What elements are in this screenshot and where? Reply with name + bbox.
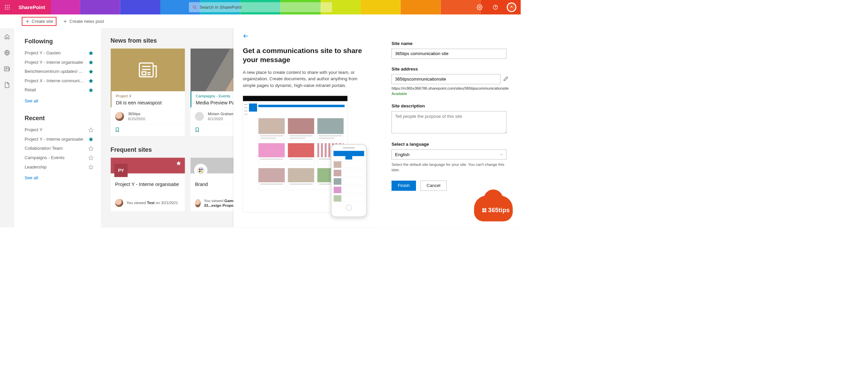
news-site-link[interactable]: Campaigns - Events	[196, 94, 230, 98]
site-tile: PY	[114, 164, 128, 177]
svg-point-34	[201, 169, 203, 170]
star-icon[interactable]	[88, 137, 94, 142]
site-link[interactable]: Project X - Interne communi...	[25, 78, 83, 83]
search-box[interactable]	[189, 2, 332, 12]
frequent-site-card[interactable]: PY Project Y - Interne organisatie You v…	[111, 158, 185, 211]
site-link[interactable]: Leadership	[25, 165, 46, 170]
site-link-row[interactable]: Project X - Interne communi...	[25, 78, 93, 83]
site-link[interactable]: Campaigns - Events	[25, 155, 64, 161]
star-icon[interactable]	[176, 161, 182, 166]
suite-bar: SharePoint	[0, 0, 521, 14]
svg-point-9	[193, 6, 195, 8]
globe-icon[interactable]	[3, 49, 11, 57]
site-url-preview: https://m365x366786.sharepoint.com/sites…	[392, 86, 510, 91]
site-address-input[interactable]	[392, 74, 500, 84]
command-bar: Create site Create news post	[0, 14, 521, 28]
star-icon[interactable]	[88, 165, 94, 170]
svg-rect-38	[482, 208, 484, 210]
phone-preview	[331, 144, 367, 217]
news-date: 6/1/2020	[208, 116, 235, 122]
svg-point-2	[9, 5, 10, 6]
panel-description: A new place to create content to share w…	[243, 69, 371, 89]
app-launcher-icon[interactable]	[0, 0, 14, 14]
site-tile	[194, 164, 208, 177]
create-news-post-button[interactable]: Create news post	[60, 18, 107, 25]
site-link[interactable]: Berichtencentrum updates! ...	[25, 69, 82, 74]
svg-point-35	[199, 171, 200, 172]
see-all-recent[interactable]: See all	[25, 175, 38, 181]
svg-point-0	[5, 5, 6, 6]
vertical-rail	[0, 28, 14, 227]
site-link-row[interactable]: Retail	[25, 87, 93, 93]
site-link[interactable]: Retail	[25, 87, 36, 93]
star-icon[interactable]	[88, 127, 94, 133]
news-icon[interactable]	[3, 65, 11, 73]
site-link[interactable]: Project Y - Interne organisatie	[25, 137, 83, 142]
bookmark-icon[interactable]	[115, 127, 120, 133]
star-icon[interactable]	[88, 78, 94, 83]
site-link[interactable]: Project Y - Interne organisatie	[25, 60, 83, 65]
brand-label[interactable]: SharePoint	[14, 0, 51, 14]
help-icon[interactable]	[491, 3, 500, 11]
author-avatar	[115, 112, 124, 120]
news-title: Dit is een nieuwspost	[116, 100, 181, 106]
svg-point-14	[511, 6, 512, 7]
svg-point-1	[7, 5, 8, 6]
site-description-input[interactable]	[392, 111, 506, 133]
create-site-button[interactable]: Create site	[22, 17, 57, 26]
site-link[interactable]: Project Y	[25, 127, 42, 133]
bookmark-icon[interactable]	[194, 127, 200, 133]
settings-icon[interactable]	[475, 3, 484, 11]
viewer-avatar	[195, 199, 200, 207]
site-link[interactable]: Collaboration Team	[25, 146, 62, 151]
cancel-button[interactable]: Cancel	[421, 181, 446, 191]
create-site-panel-form: Site name Site address https://m365x3667…	[381, 28, 521, 227]
site-address-label: Site address	[392, 66, 510, 72]
watermark-logo: 365tips	[474, 196, 513, 221]
site-link-row[interactable]: Leadership	[25, 165, 93, 170]
star-icon[interactable]	[88, 87, 94, 93]
account-avatar[interactable]	[507, 2, 517, 12]
news-card[interactable]: Project X Dit is een nieuwspost 365tips6…	[111, 48, 185, 136]
star-icon[interactable]	[88, 146, 94, 151]
language-select[interactable]: English	[392, 149, 506, 160]
home-icon[interactable]	[3, 33, 11, 41]
svg-point-6	[5, 9, 6, 10]
site-link[interactable]: Project Y - Gasten	[25, 50, 61, 56]
svg-rect-39	[485, 208, 486, 210]
news-date: 6/15/2020	[128, 116, 145, 122]
see-all-following[interactable]: See all	[25, 98, 38, 104]
site-description-label: Site description	[392, 103, 510, 109]
svg-point-4	[7, 7, 8, 8]
site-name-label: Site name	[392, 41, 510, 46]
star-icon[interactable]	[88, 60, 94, 65]
svg-point-33	[199, 169, 200, 170]
svg-rect-29	[142, 72, 146, 75]
site-name-input[interactable]	[392, 49, 506, 59]
star-icon[interactable]	[88, 155, 94, 161]
site-link-row[interactable]: Collaboration Team	[25, 146, 93, 151]
site-link-row[interactable]: Project Y - Interne organisatie	[25, 137, 93, 142]
star-icon[interactable]	[88, 69, 94, 74]
star-icon[interactable]	[88, 50, 94, 56]
back-arrow-icon[interactable]	[243, 33, 249, 39]
site-link-row[interactable]: Campaigns - Events	[25, 155, 93, 161]
site-link-row[interactable]: Berichtencentrum updates! ...	[25, 69, 93, 74]
news-site-link[interactable]: Project X	[116, 94, 131, 98]
search-input[interactable]	[199, 5, 328, 10]
content-area: News from sites Project X Dit is een nie…	[101, 28, 521, 227]
left-nav-column: Following Project Y - GastenProject Y - …	[14, 28, 101, 227]
site-link-row[interactable]: Project Y - Gasten	[25, 50, 93, 56]
files-icon[interactable]	[3, 81, 11, 89]
availability-status: Available	[392, 91, 510, 96]
site-preview-illustration	[243, 96, 347, 212]
site-link-row[interactable]: Project Y	[25, 127, 93, 133]
following-heading: Following	[25, 38, 93, 45]
create-news-label: Create news post	[69, 19, 104, 24]
create-site-panel-info: Get a communications site to share your …	[234, 28, 381, 227]
site-link-row[interactable]: Project Y - Interne organisatie	[25, 60, 93, 65]
svg-point-36	[201, 171, 203, 172]
edit-address-icon[interactable]	[503, 76, 509, 82]
svg-point-11	[479, 6, 480, 8]
finish-button[interactable]: Finish	[392, 181, 416, 191]
